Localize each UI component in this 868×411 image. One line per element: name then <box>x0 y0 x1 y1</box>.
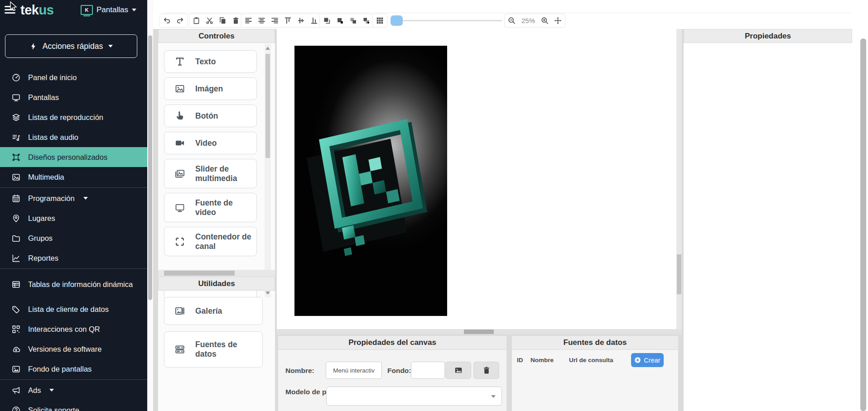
control-card-label: Fuente de video <box>195 198 252 217</box>
create-button-label: Crear <box>644 357 660 364</box>
send-to-back-button[interactable] <box>334 14 346 27</box>
scrollbar-thumb[interactable] <box>265 54 270 158</box>
sidebar-item-solicita-soporte[interactable]: Solicita soporte <box>0 400 147 411</box>
sidebar-item-versiones-de-software[interactable]: Versiones de software <box>0 339 147 359</box>
control-card-fuentes-de-datos[interactable]: Fuentes de datos <box>164 331 263 368</box>
sidebar-scrollbar[interactable] <box>147 0 153 411</box>
control-card-label: Fuentes de datos <box>195 340 258 359</box>
align-center-button[interactable] <box>256 14 268 27</box>
lightning-icon <box>29 43 37 50</box>
sidebar-top-bar: tekus K Pantallas <box>0 0 147 23</box>
copy-button[interactable] <box>217 14 229 27</box>
grid-size-slider[interactable] <box>391 14 502 28</box>
scrollbar-thumb[interactable] <box>464 330 494 334</box>
sidebar-item-tablas-de-informacion-dinamica[interactable]: Tablas de información dinámica <box>0 269 147 299</box>
zoom-out-button[interactable] <box>506 14 518 27</box>
control-card-imagen[interactable]: Imágen <box>164 77 257 100</box>
control-card-video[interactable]: Video <box>164 132 257 154</box>
sidebar-item-ads[interactable]: Ads <box>0 380 147 400</box>
control-card-texto[interactable]: Texto <box>164 50 257 73</box>
quick-actions-button[interactable]: Acciones rápidas <box>5 34 137 58</box>
sidebar-item-fondo-de-pantallas[interactable]: Fondo de pantallas <box>0 359 147 379</box>
undo-button[interactable] <box>161 14 173 27</box>
paste-icon <box>193 17 200 24</box>
controls-scrollbar[interactable] <box>265 44 271 297</box>
bring-forward-button[interactable] <box>347 14 359 27</box>
sidebar-item-panel-de-inicio[interactable]: Panel de inicio <box>0 67 147 87</box>
toolbar-group <box>319 14 374 28</box>
paste-button[interactable] <box>190 14 203 27</box>
align-bottom-button[interactable] <box>308 14 320 27</box>
scrollbar-thumb[interactable] <box>677 254 681 294</box>
sidebar-item-label: Lista de cliente de datos <box>28 304 109 314</box>
control-card-slider-de-multimedia[interactable]: Slider de multimedia <box>164 159 257 188</box>
grid-button[interactable] <box>374 14 386 27</box>
sidebar-item-grupos[interactable]: Grupos <box>0 228 147 248</box>
slider-icon <box>174 168 185 179</box>
align-right-button[interactable] <box>269 14 281 27</box>
screen-model-select[interactable] <box>326 387 502 406</box>
hamburger-menu-icon[interactable] <box>5 6 15 14</box>
scroll-up-icon[interactable] <box>265 47 270 50</box>
sidebar-item-programacion[interactable]: Programación <box>0 188 147 208</box>
cut-button[interactable] <box>203 14 216 27</box>
sidebar-item-lista-de-cliente-de-datos[interactable]: Lista de cliente de datos <box>0 299 147 319</box>
sidebar-item-pantallas[interactable]: Pantallas <box>0 87 147 107</box>
zoom-in-button[interactable] <box>539 14 551 27</box>
align-top-button[interactable] <box>282 14 294 27</box>
scrollbar-thumb[interactable] <box>148 35 152 300</box>
control-card-contenedor-de-canal[interactable]: Contenedor de canal <box>164 227 257 256</box>
redo-button[interactable] <box>174 14 186 27</box>
align-middle-button[interactable] <box>295 14 307 27</box>
controls-hscrollbar[interactable] <box>158 270 275 277</box>
control-card-label: Slider de multimedia <box>195 164 252 183</box>
sidebar-item-label: Listas de reproducción <box>28 112 103 122</box>
toolbar-divider <box>164 13 853 13</box>
control-card-label: Galería <box>195 306 222 316</box>
zoom-controls-group: 25% <box>504 14 565 28</box>
slider-track[interactable] <box>391 20 502 21</box>
scrollbar-thumb[interactable] <box>164 271 235 276</box>
canvas-page[interactable] <box>277 29 676 329</box>
sidebar-item-multimedia[interactable]: Multimedia <box>0 167 147 187</box>
delete-icon <box>232 17 240 24</box>
pan-button[interactable] <box>552 14 564 27</box>
control-card-boton[interactable]: Botón <box>164 105 257 127</box>
canvas-hscrollbar[interactable] <box>277 329 682 335</box>
canvas-artwork-image[interactable] <box>294 46 447 316</box>
control-card-galeria[interactable]: Galería <box>164 297 263 325</box>
sidebar-item-lugares[interactable]: Lugares <box>0 208 147 228</box>
sidebar-item-disenos-personalizados[interactable]: Diseños personalizados <box>0 147 147 167</box>
context-label: Pantallas <box>96 5 128 14</box>
align-left-button[interactable] <box>242 14 255 27</box>
bring-to-front-button[interactable] <box>321 14 333 27</box>
utilities-list: GaleríaFuentes de datos <box>158 291 275 411</box>
sidebar-item-label: Grupos <box>28 233 53 243</box>
toolbar-group <box>372 14 387 28</box>
canvas-background-input[interactable] <box>411 362 445 379</box>
sidebar-item-interacciones-con-qr[interactable]: Interacciones con QR <box>0 319 147 339</box>
canvas-name-input[interactable] <box>326 362 382 379</box>
sidebar-item-listas-de-audio[interactable]: Listas de audio <box>0 127 147 147</box>
nav-divider <box>0 379 147 380</box>
sidebar-item-label: Interacciones con QR <box>28 324 100 334</box>
send-backward-button[interactable] <box>360 14 372 27</box>
slider-handle[interactable] <box>391 15 403 26</box>
pan-icon <box>554 17 562 24</box>
grid-icon <box>376 17 384 24</box>
send-to-back-icon <box>336 17 344 24</box>
context-switcher[interactable]: K Pantallas <box>81 5 136 15</box>
control-card-fuente-de-video[interactable]: Fuente de video <box>164 193 257 222</box>
sidebar-item-reportes[interactable]: Reportes <box>0 248 147 268</box>
text-icon <box>174 56 185 67</box>
sidebar-item-listas-de-reproduccion[interactable]: Listas de reproducción <box>0 107 147 127</box>
delete-button[interactable] <box>230 14 242 27</box>
align-middle-icon <box>297 17 305 24</box>
brand-logo[interactable]: tekus <box>20 3 53 18</box>
delete-background-button[interactable] <box>473 362 499 379</box>
window-scrollbar-thumb[interactable] <box>860 38 866 411</box>
create-data-source-button[interactable]: Crear <box>631 353 664 367</box>
canvas-vscrollbar[interactable] <box>676 29 682 329</box>
data-sources-header: Fuentes de datos <box>512 336 678 350</box>
pick-background-image-button[interactable] <box>445 362 471 379</box>
